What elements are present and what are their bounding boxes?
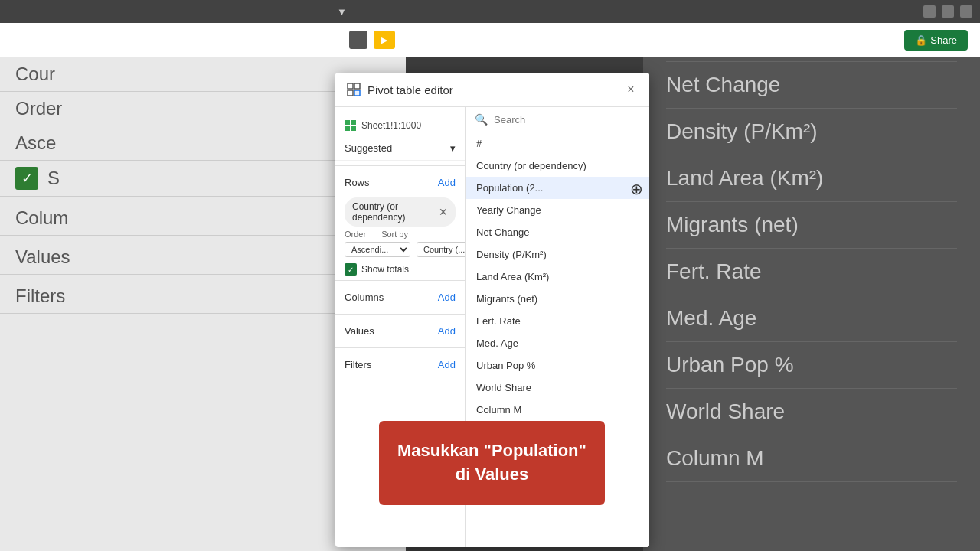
pivot-table-icon xyxy=(346,82,361,97)
field-item-colm[interactable]: Column M xyxy=(466,399,649,421)
values-label: Values xyxy=(345,325,374,337)
field-item-fert[interactable]: Fert. Rate xyxy=(466,310,649,332)
search-box: 🔍 xyxy=(466,107,649,132)
left-label-order: Order xyxy=(15,98,62,119)
left-label-values: Values xyxy=(15,246,70,268)
field-item-land[interactable]: Land Area (Km²) xyxy=(466,266,649,288)
field-item-country[interactable]: Country (or dependency) xyxy=(466,155,649,177)
chip-label: Country (or dependency) xyxy=(352,201,434,223)
divider-4 xyxy=(335,347,465,348)
field-item-hash[interactable]: # xyxy=(466,132,649,155)
toolbar-icon-1 xyxy=(349,31,368,49)
field-item-med-age[interactable]: Med. Age xyxy=(466,332,649,354)
sort-select[interactable]: Country (... xyxy=(416,242,466,257)
filters-label: Filters xyxy=(345,359,371,370)
grid-icon xyxy=(345,119,357,132)
svg-rect-3 xyxy=(354,90,360,96)
field-item-migrants[interactable]: Migrants (net) xyxy=(466,288,649,310)
show-totals-check: ✓ xyxy=(15,167,38,190)
minimize-btn[interactable] xyxy=(923,5,936,18)
columns-label: Columns xyxy=(345,292,384,303)
field-item-yearly[interactable]: Yearly Change xyxy=(466,199,649,221)
values-add-button[interactable]: Add xyxy=(438,325,456,337)
columns-section-header: Columns Add xyxy=(335,285,465,309)
order-label: Order xyxy=(345,230,366,239)
pivot-header: Pivot table editor × xyxy=(335,73,649,107)
svg-rect-4 xyxy=(345,120,350,125)
field-item-world[interactable]: World Share xyxy=(466,377,649,399)
suggested-row[interactable]: Suggested ▾ xyxy=(335,136,465,161)
rows-section-header: Rows Add xyxy=(335,171,465,194)
suggested-label: Suggested xyxy=(345,142,392,154)
show-totals-label: Show totals xyxy=(361,264,409,275)
svg-rect-2 xyxy=(348,90,353,96)
pivot-editor-title: Pivot table editor xyxy=(368,83,623,96)
bg-label-migrants: Migrants (net) xyxy=(666,202,957,249)
instruction-text: Masukkan "Population" di Values xyxy=(397,441,586,484)
columns-add-button[interactable]: Add xyxy=(438,292,456,303)
chip-options: Order Sort by Ascendi... Descendi... Cou… xyxy=(345,230,456,257)
left-label-filters: Filters xyxy=(15,285,65,307)
bg-label-world: World Share xyxy=(666,389,957,435)
bg-label-density: Density (P/Km²) xyxy=(666,109,957,155)
svg-rect-1 xyxy=(354,83,360,89)
left-label-cour: Cour xyxy=(15,64,55,85)
divider-3 xyxy=(335,314,465,315)
country-chip[interactable]: Country (or dependency) ✕ xyxy=(345,197,456,227)
instruction-overlay: Masukkan "Population" di Values xyxy=(379,421,605,505)
sort-label: Sort by xyxy=(381,230,408,239)
suggested-chevron: ▾ xyxy=(450,142,456,154)
share-button[interactable]: 🔒 Share xyxy=(904,30,968,51)
share-lock-icon: 🔒 xyxy=(915,34,927,46)
show-totals-checkbox[interactable]: ✓ xyxy=(345,263,357,276)
sheet-reference-row: Sheet1!1:1000 xyxy=(335,115,465,136)
field-item-net[interactable]: Net Change xyxy=(466,221,649,243)
bg-right-panel: Yearly Change Net Change Density (P/Km²)… xyxy=(643,0,980,551)
chip-close-button[interactable]: ✕ xyxy=(439,206,448,218)
bg-label-med-age: Med. Age xyxy=(666,295,957,342)
show-totals-row[interactable]: ✓ Show totals xyxy=(345,263,456,276)
close-btn[interactable] xyxy=(960,5,972,18)
field-item-urban[interactable]: Urban Pop % xyxy=(466,354,649,377)
google-meet-icon[interactable]: ▶ xyxy=(374,31,395,49)
bg-label-colm: Column M xyxy=(666,435,957,482)
order-select[interactable]: Ascendi... Descendi... xyxy=(345,242,410,257)
maximize-btn[interactable] xyxy=(942,5,954,18)
field-item-density[interactable]: Density (P/Km²) xyxy=(466,243,649,266)
bg-label-urban: Urban Pop % xyxy=(666,342,957,389)
divider-2 xyxy=(335,280,465,281)
values-section-header: Values Add xyxy=(335,319,465,343)
bg-label-fert: Fert. Rate xyxy=(666,249,957,295)
filters-add-button[interactable]: Add xyxy=(438,359,456,370)
rows-add-button[interactable]: Add xyxy=(438,177,456,188)
divider-1 xyxy=(335,165,465,166)
left-label-asce: Asce xyxy=(15,132,56,154)
rows-label: Rows xyxy=(345,177,370,188)
left-label-s: S xyxy=(47,168,60,189)
svg-rect-5 xyxy=(351,120,356,125)
search-icon: 🔍 xyxy=(475,113,488,126)
filters-section-header: Filters Add xyxy=(335,353,465,377)
svg-rect-7 xyxy=(351,126,356,131)
search-input[interactable] xyxy=(494,114,640,126)
svg-rect-0 xyxy=(348,83,353,89)
app-toolbar: ▶ 🔒 Share xyxy=(0,23,980,57)
bg-label-net: Net Change xyxy=(666,62,957,109)
svg-rect-6 xyxy=(345,126,350,131)
sheet-ref-label: Sheet1!1:1000 xyxy=(361,120,421,131)
bg-label-land: Land Area (Km²) xyxy=(666,155,957,202)
drag-cursor-icon: ⊕ xyxy=(630,180,643,198)
window-header-bar: ▼ xyxy=(0,0,980,23)
field-item-population[interactable]: Population (2... ⊕ xyxy=(466,177,649,199)
left-label-colum: Colum xyxy=(15,207,68,229)
pivot-close-button[interactable]: × xyxy=(623,82,639,97)
